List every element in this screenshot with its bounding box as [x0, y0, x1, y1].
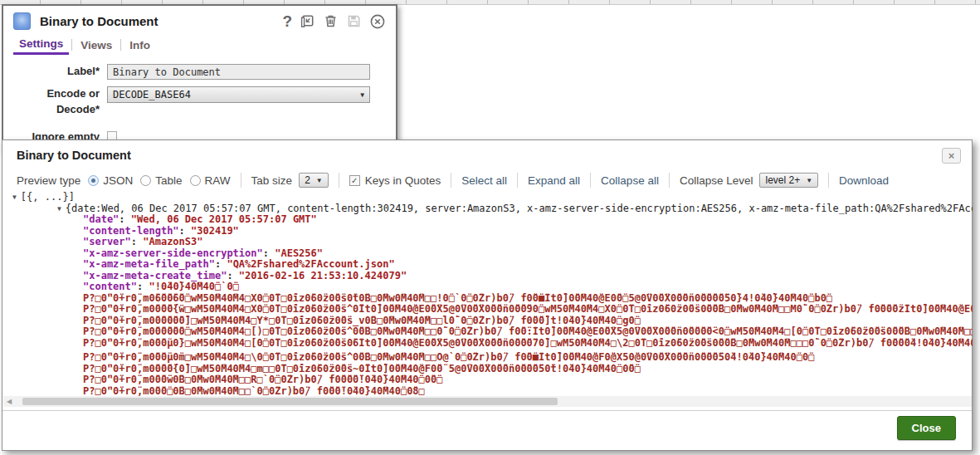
- json-root-line[interactable]: ▼[{, ...}]: [2, 192, 973, 203]
- json-binary-line: P?□0̈"0̈+r0̈‚m0̈0̈0̈0̈{0̈]□wM50̈M40̈M4□m…: [2, 364, 973, 375]
- preview-type-label: Preview type: [17, 174, 80, 187]
- radio-json-label[interactable]: JSON: [103, 174, 133, 187]
- radio-table[interactable]: [140, 175, 151, 186]
- chevron-down-icon: ▼: [316, 177, 323, 184]
- json-binary-line: P?□0̈"0̈+r0̈‚m0̈0̈0̈µ0̈}□wM50̈M40̈M4□[0̈…: [2, 338, 973, 350]
- json-binary-line: P?□0̈"0̈+r0̈‚m0̈6̈0̈0̈6̈0̈□wM50̈M40̈M4□X…: [2, 293, 973, 305]
- snap-title: Binary to Document: [40, 14, 282, 28]
- chevron-down-icon: ▼: [806, 177, 812, 184]
- preview-modal: Binary to Document × Preview type JSON T…: [2, 139, 973, 451]
- tab-size-select[interactable]: 2 ▼: [299, 173, 329, 188]
- json-kv-line: "x-amz-meta-create_time": "2016-02-16 21…: [2, 271, 973, 282]
- export-icon[interactable]: [300, 13, 315, 29]
- tab-settings[interactable]: Settings: [13, 37, 69, 55]
- horizontal-scrollbar[interactable]: ◀: [3, 396, 972, 407]
- scroll-left-icon[interactable]: ◀: [7, 398, 12, 405]
- json-binary-lines: P?□0̈"0̈+r0̈‚m0̈6̈0̈0̈6̈0̈□wM50̈M40̈M4□X…: [2, 293, 973, 397]
- scrollbar-thumb[interactable]: [22, 398, 558, 405]
- collapse-level-select[interactable]: level 2+ ▼: [759, 173, 818, 188]
- trash-icon[interactable]: [323, 13, 339, 29]
- collapse-level-label: Collapse Level: [680, 174, 753, 187]
- json-kv-line: "x-amz-meta-file_path": "QA%2Fshared%2FA…: [2, 259, 973, 271]
- label-field-label: Label*: [3, 64, 107, 80]
- radio-table-label[interactable]: Table: [155, 174, 182, 187]
- json-kv-line: "content-length": "302419": [2, 226, 973, 237]
- radio-json[interactable]: [88, 175, 99, 186]
- json-content-line: "content": "!0̈40̈}40̈M40̈□`0̈□: [2, 281, 973, 293]
- json-object-summary-line[interactable]: ▼{date:Wed, 06 Dec 2017 05:57:07 GMT, co…: [2, 203, 973, 215]
- snap-icon: [13, 12, 31, 30]
- tab-separator: [71, 39, 72, 51]
- json-binary-line: P?□0̈"0̈+r0̈‚m0̈0̈0̈0̈{ẅ□wM50̈M40̈M4□X0̈…: [2, 304, 973, 316]
- radio-raw-label[interactable]: RAW: [205, 174, 231, 187]
- snap-settings-header: Binary to Document ?: [3, 6, 396, 32]
- close-button[interactable]: Close: [897, 416, 956, 440]
- collapse-arrow-icon[interactable]: ▼: [12, 193, 17, 201]
- toolbar-separator: [517, 173, 518, 188]
- encode-decode-select[interactable]: DECODE_BASE64 ▼: [107, 86, 370, 103]
- collapse-arrow-icon[interactable]: ▼: [57, 205, 61, 213]
- label-input[interactable]: [107, 64, 370, 80]
- json-kv-lines: "date": "Wed, 06 Dec 2017 05:57:07 GMT""…: [2, 214, 973, 293]
- preview-toolbar: Preview type JSON Table RAW Tab size 2 ▼…: [17, 173, 889, 188]
- chevron-down-icon: ▼: [360, 91, 364, 99]
- collapse-all-link[interactable]: Collapse all: [601, 174, 659, 187]
- toolbar-separator: [669, 173, 670, 188]
- tab-separator: [120, 39, 121, 51]
- tab-views[interactable]: Views: [75, 39, 118, 54]
- modal-title: Binary to Document: [17, 149, 131, 162]
- help-icon[interactable]: ?: [282, 13, 292, 29]
- toolbar-separator: [590, 173, 591, 188]
- json-binary-line: P?□0̈"0̈+r0̈‚m0̈0̈0̈w0̈B□0̈Mw0̈M40̈M□□R□…: [2, 374, 973, 386]
- save-icon: [346, 13, 362, 29]
- toolbar-separator: [828, 173, 829, 188]
- json-binary-line: P?□0̈"0̈+r0̈‚m0̈0̈0̈0̈0̈0̈]□wM50̈M40̈M4□…: [2, 316, 973, 327]
- snap-actions: ?: [282, 13, 386, 30]
- select-all-link[interactable]: Select all: [461, 174, 507, 187]
- modal-footer: Close: [2, 410, 972, 450]
- settings-form: Label* Encode or Decode* DECODE_BASE64 ▼…: [3, 64, 396, 145]
- tab-info[interactable]: Info: [124, 39, 156, 54]
- json-binary-line: P?□0̈"0̈+r0̈‚m0̈0̈0̈µ0̈m□wM50̈M40̈M4□\0̈…: [2, 352, 973, 364]
- settings-tabs: Settings Views Info: [3, 32, 396, 55]
- json-binary-line: P?□0̈"0̈+r0̈‚m0̈0̈0̈0̈0̈0̈□wM50̈M40̈M4□[…: [2, 326, 973, 338]
- tab-size-label: Tab size: [251, 174, 293, 187]
- close-icon[interactable]: [369, 13, 386, 30]
- modal-close-button[interactable]: ×: [942, 148, 961, 164]
- download-link[interactable]: Download: [839, 174, 889, 187]
- json-kv-line: "x-amz-server-side-encryption": "AES256": [2, 248, 973, 260]
- expand-all-link[interactable]: Expand all: [528, 174, 580, 187]
- toolbar-separator: [339, 173, 339, 188]
- snap-settings-panel: Binary to Document ? Settings Views Info…: [2, 4, 397, 151]
- json-binary-line: P?□0̈"0̈+r0̈‚m0̈0̈0̈□0̈B□0̈Mw0̈M40̈M□□`0…: [2, 386, 973, 397]
- json-kv-line: "server": "AmazonS3": [2, 237, 973, 248]
- encode-decode-label: Encode or Decode*: [3, 86, 107, 118]
- keys-in-quotes-checkbox[interactable]: ✓: [349, 175, 360, 186]
- keys-in-quotes-label: Keys in Quotes: [365, 174, 441, 187]
- toolbar-separator: [241, 173, 241, 188]
- radio-raw[interactable]: [190, 175, 201, 186]
- toolbar-separator: [451, 173, 451, 188]
- json-preview-area: ▼[{, ...}] ▼{date:Wed, 06 Dec 2017 05:57…: [2, 192, 973, 396]
- json-kv-line: "date": "Wed, 06 Dec 2017 05:57:07 GMT": [2, 214, 973, 226]
